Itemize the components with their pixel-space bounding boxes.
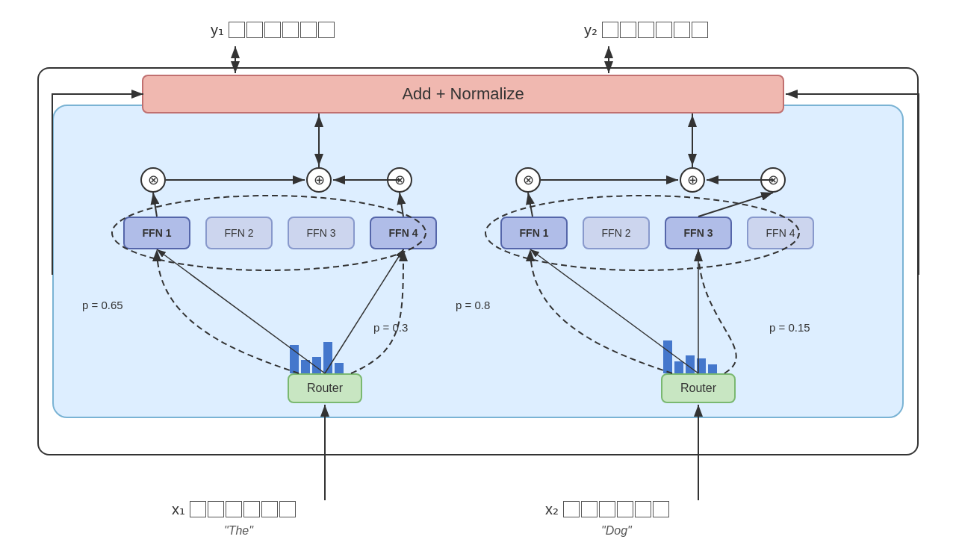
inner-box [52, 105, 904, 418]
right-ffn2: FFN 2 [583, 217, 650, 249]
x2-tokens [563, 501, 669, 517]
x2-area: x₂ [545, 500, 669, 518]
left-multiply2: ⊗ [387, 167, 412, 193]
left-ffn2: FFN 2 [205, 217, 273, 249]
y2-area: y₂ [584, 21, 708, 39]
y1-area: y₁ [211, 21, 335, 39]
y1-tokens [229, 22, 335, 38]
add-normalize-box: Add + Normalize [142, 75, 784, 113]
left-ffn1: FFN 1 [123, 217, 190, 249]
right-ffn1: FFN 1 [500, 217, 568, 249]
right-bar-chart [663, 336, 717, 373]
x2-label: x₂ [545, 500, 559, 518]
left-ffn3: FFN 3 [288, 217, 355, 249]
left-p2-label: p = 0.3 [373, 321, 408, 334]
x1-label: x₁ [172, 500, 185, 518]
y1-label: y₁ [211, 21, 224, 39]
right-p2-label: p = 0.15 [769, 321, 810, 334]
left-quote: "The" [224, 524, 253, 538]
left-p1-label: p = 0.65 [82, 299, 123, 311]
left-multiply1: ⊗ [140, 167, 166, 193]
right-add: ⊕ [680, 167, 705, 193]
right-router: Router [661, 373, 736, 403]
right-ffn3: FFN 3 [665, 217, 732, 249]
right-ffn4: FFN 4 [747, 217, 814, 249]
diagram-container: Add + Normalize y₁ y₂ FFN 1 FFN 2 FFN 3 … [22, 7, 934, 553]
left-bar-chart [290, 336, 344, 373]
left-router: Router [288, 373, 362, 403]
left-add: ⊕ [306, 167, 332, 193]
y2-tokens [602, 22, 708, 38]
right-multiply1: ⊗ [515, 167, 541, 193]
right-quote: "Dog" [601, 524, 632, 538]
x1-area: x₁ [172, 500, 296, 518]
y2-label: y₂ [584, 21, 598, 39]
right-multiply2: ⊗ [760, 167, 786, 193]
right-p1-label: p = 0.8 [456, 299, 490, 311]
left-ffn4: FFN 4 [370, 217, 437, 249]
x1-tokens [190, 501, 296, 517]
